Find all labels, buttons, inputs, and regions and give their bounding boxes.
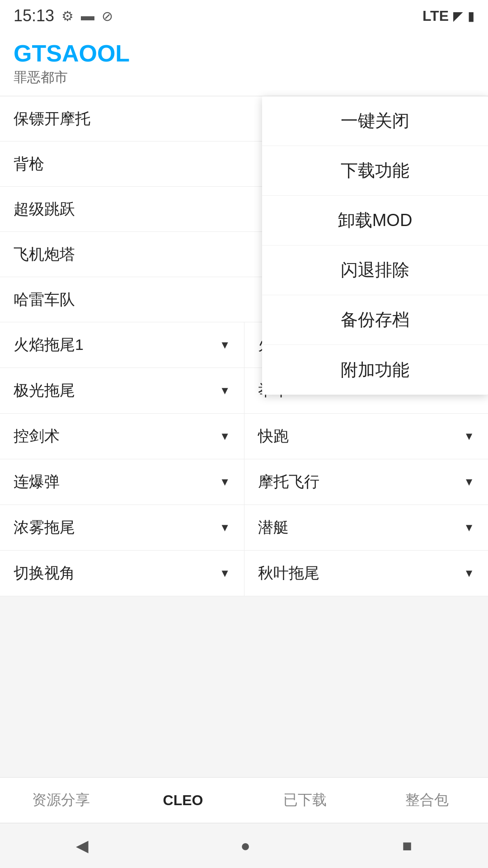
lte-label: LTE [422, 8, 449, 24]
sim-icon: ▬ [81, 8, 94, 24]
circle-icon: ⊘ [102, 8, 113, 24]
dropdown-arrow-icon: ▼ [220, 430, 230, 443]
bottom-tab-CLEO[interactable]: CLEO [122, 778, 244, 823]
dropdown-menu-item[interactable]: 附加功能 [262, 345, 488, 395]
system-nav: ◀ ● ■ [0, 823, 488, 868]
dropdown-arrow-icon: ▼ [464, 521, 474, 534]
dropdown-arrow-icon: ▼ [220, 384, 230, 397]
list-col-left[interactable]: 火焰拖尾1 ▼ [0, 322, 244, 368]
dropdown-menu-item[interactable]: 一键关闭 [262, 96, 488, 146]
dropdown-arrow-icon: ▼ [220, 521, 230, 534]
dropdown-arrow-icon: ▼ [464, 567, 474, 580]
list-col-left[interactable]: 控剑术 ▼ [0, 414, 244, 459]
list-col-label: 摩托飞行 [258, 472, 319, 492]
battery-icon: ▮ [468, 9, 474, 24]
app-subtitle: 罪恶都市 [14, 68, 474, 87]
list-col-label: 切换视角 [14, 563, 75, 584]
list-item-label: 飞机炮塔 [14, 244, 75, 265]
status-bar: 15:13 ⚙ ▬ ⊘ LTE ◤ ▮ [0, 0, 488, 32]
home-button[interactable]: ● [222, 832, 268, 860]
dropdown-item-label: 一键关闭 [341, 109, 409, 132]
bottom-tab-已下载[interactable]: 已下载 [244, 778, 366, 823]
list-item-label: 哈雷车队 [14, 289, 75, 310]
list-col-right[interactable]: 潜艇 ▼ [244, 505, 488, 550]
list-row: 切换视角 ▼ 秋叶拖尾 ▼ [0, 551, 488, 596]
list-col-label: 极光拖尾 [14, 380, 75, 401]
bottom-nav: 资源分享CLEO已下载整合包 ◀ ● ■ [0, 777, 488, 868]
list-item-label: 背枪 [14, 154, 44, 175]
bottom-tab-资源分享[interactable]: 资源分享 [0, 778, 122, 823]
back-button[interactable]: ◀ [58, 832, 107, 860]
list-col-label: 控剑术 [14, 426, 60, 447]
signal-icon: ◤ [453, 9, 463, 24]
dropdown-arrow-icon: ▼ [220, 567, 230, 580]
recent-button[interactable]: ■ [384, 832, 430, 860]
dropdown-item-label: 下载功能 [341, 159, 409, 182]
list-col-label: 快跑 [258, 426, 289, 447]
list-col-label: 连爆弹 [14, 472, 60, 492]
dropdown-arrow-icon: ▼ [220, 476, 230, 488]
list-col-left[interactable]: 切换视角 ▼ [0, 551, 244, 596]
bottom-tabs: 资源分享CLEO已下载整合包 [0, 778, 488, 823]
list-row: 浓雾拖尾 ▼ 潜艇 ▼ [0, 505, 488, 551]
settings-icon: ⚙ [61, 8, 74, 24]
list-col-left[interactable]: 浓雾拖尾 ▼ [0, 505, 244, 550]
list-col-label: 浓雾拖尾 [14, 517, 75, 538]
list-row: 连爆弹 ▼ 摩托飞行 ▼ [0, 459, 488, 505]
list-col-label: 秋叶拖尾 [258, 563, 319, 584]
list-item-label: 超级跳跃 [14, 199, 75, 220]
dropdown-menu: 一键关闭下载功能卸载MOD闪退排除备份存档附加功能 [262, 96, 488, 395]
main-content: 保镖开摩托 ▼ 背枪 ▼ 超级跳跃 ▼ 飞机炮塔 ▼ 哈雷车队 ▼ 火焰拖尾1 … [0, 96, 488, 596]
dropdown-item-label: 闪退排除 [341, 259, 409, 282]
list-col-right[interactable]: 快跑 ▼ [244, 414, 488, 459]
dropdown-item-label: 卸载MOD [338, 209, 413, 232]
list-col-label: 火焰拖尾1 [14, 335, 84, 355]
dropdown-arrow-icon: ▼ [464, 476, 474, 488]
dropdown-menu-item[interactable]: 备份存档 [262, 295, 488, 345]
list-col-left[interactable]: 极光拖尾 ▼ [0, 368, 244, 413]
dropdown-arrow-icon: ▼ [464, 430, 474, 443]
app-header: GTSAOOL 罪恶都市 [0, 32, 488, 96]
status-left: 15:13 ⚙ ▬ ⊘ [14, 6, 113, 25]
status-right: LTE ◤ ▮ [422, 8, 474, 24]
list-item-label: 保镖开摩托 [14, 108, 90, 129]
bottom-tab-整合包[interactable]: 整合包 [366, 778, 488, 823]
list-col-label: 潜艇 [258, 517, 289, 538]
app-title: GTSAOOL [14, 41, 474, 66]
list-col-left[interactable]: 连爆弹 ▼ [0, 459, 244, 505]
list-row: 控剑术 ▼ 快跑 ▼ [0, 414, 488, 459]
dropdown-arrow-icon: ▼ [220, 339, 230, 351]
dropdown-item-label: 备份存档 [341, 308, 409, 331]
dropdown-item-label: 附加功能 [341, 359, 409, 382]
list-col-right[interactable]: 摩托飞行 ▼ [244, 459, 488, 505]
list-col-right[interactable]: 秋叶拖尾 ▼ [244, 551, 488, 596]
status-time: 15:13 [14, 6, 54, 25]
dropdown-menu-item[interactable]: 下载功能 [262, 146, 488, 196]
dropdown-menu-item[interactable]: 卸载MOD [262, 196, 488, 245]
dropdown-menu-item[interactable]: 闪退排除 [262, 245, 488, 295]
